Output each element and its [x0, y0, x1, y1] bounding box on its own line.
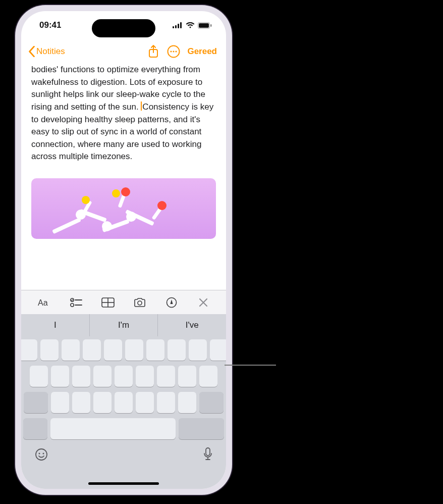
- key[interactable]: [93, 392, 112, 413]
- svg-rect-1: [175, 25, 177, 28]
- svg-point-9: [171, 51, 172, 52]
- key[interactable]: [93, 366, 112, 387]
- numbers-key[interactable]: [23, 418, 47, 439]
- key[interactable]: [62, 339, 80, 361]
- svg-point-15: [70, 303, 73, 306]
- key[interactable]: [157, 366, 175, 387]
- key[interactable]: [83, 339, 101, 361]
- svg-text:Aa: Aa: [38, 298, 48, 307]
- svg-rect-5: [199, 23, 209, 28]
- wifi-icon: [186, 22, 195, 28]
- dynamic-island: [92, 19, 155, 37]
- format-toolbar: Aa: [21, 290, 226, 314]
- cellular-icon: [173, 22, 183, 28]
- home-indicator[interactable]: [88, 482, 159, 485]
- key[interactable]: [210, 339, 226, 361]
- key[interactable]: [72, 392, 90, 413]
- key[interactable]: [30, 366, 48, 387]
- table-icon: [101, 297, 115, 308]
- key[interactable]: [115, 392, 133, 413]
- camera-icon: [133, 297, 146, 308]
- navigation-bar: Notities Gereed: [21, 39, 226, 64]
- svg-point-23: [39, 453, 40, 455]
- back-button[interactable]: Notities: [28, 46, 65, 57]
- suggestion-2[interactable]: I'm: [89, 314, 158, 336]
- markup-icon: [166, 297, 177, 308]
- text-format-icon: Aa: [38, 297, 51, 308]
- more-button[interactable]: [165, 43, 182, 60]
- suggestion-1[interactable]: I: [21, 314, 89, 336]
- keyboard[interactable]: [21, 336, 226, 489]
- svg-rect-6: [210, 24, 212, 27]
- checklist-button[interactable]: [66, 292, 86, 313]
- backspace-key[interactable]: [199, 392, 224, 413]
- close-toolbar-button[interactable]: [193, 292, 213, 313]
- space-key[interactable]: [50, 418, 176, 439]
- key[interactable]: [199, 366, 217, 387]
- done-button[interactable]: Gereed: [185, 46, 219, 57]
- key[interactable]: [104, 339, 122, 361]
- callout-line: [225, 365, 276, 366]
- key[interactable]: [178, 366, 196, 387]
- key[interactable]: [178, 392, 196, 413]
- camera-button[interactable]: [130, 292, 150, 313]
- svg-point-24: [43, 453, 44, 455]
- markup-button[interactable]: [161, 292, 182, 313]
- svg-rect-3: [180, 22, 182, 28]
- key[interactable]: [189, 339, 207, 361]
- back-label: Notities: [36, 46, 65, 57]
- svg-rect-0: [173, 26, 174, 28]
- emoji-button[interactable]: [34, 447, 48, 462]
- key[interactable]: [157, 392, 175, 413]
- svg-point-10: [173, 51, 175, 52]
- svg-point-11: [176, 51, 177, 52]
- shift-key[interactable]: [24, 392, 48, 413]
- suggestion-bar: I I'm I've: [21, 314, 226, 336]
- key[interactable]: [115, 366, 133, 387]
- battery-icon: [198, 22, 212, 29]
- key[interactable]: [168, 339, 186, 361]
- key[interactable]: [51, 366, 69, 387]
- status-time: 09:41: [39, 20, 61, 30]
- key[interactable]: [136, 366, 154, 387]
- text-format-button[interactable]: Aa: [34, 292, 54, 313]
- svg-rect-25: [206, 448, 210, 456]
- key[interactable]: [40, 339, 59, 361]
- key[interactable]: [136, 392, 154, 413]
- key[interactable]: [146, 339, 164, 361]
- key[interactable]: [72, 366, 90, 387]
- key[interactable]: [125, 339, 143, 361]
- key[interactable]: [51, 392, 69, 413]
- screen: 09:41 Notities Gereed Sunlight: [21, 11, 226, 489]
- note-content[interactable]: Sunlight has a direct impact on the slee…: [21, 64, 226, 163]
- checklist-icon: [70, 297, 82, 308]
- note-inline-image[interactable]: [31, 178, 216, 239]
- table-button[interactable]: [98, 292, 118, 313]
- key[interactable]: [21, 339, 37, 361]
- svg-rect-2: [178, 24, 179, 28]
- svg-point-20: [138, 301, 142, 305]
- chevron-left-icon: [28, 46, 35, 57]
- iphone-frame: 09:41 Notities Gereed Sunlight: [15, 5, 232, 495]
- ellipsis-circle-icon: [167, 45, 180, 58]
- share-icon: [148, 45, 158, 58]
- suggestion-3[interactable]: I've: [157, 314, 226, 336]
- return-key[interactable]: [179, 418, 224, 439]
- share-button[interactable]: [145, 43, 162, 60]
- svg-point-22: [36, 449, 47, 460]
- dictation-button[interactable]: [203, 447, 213, 462]
- close-icon: [199, 298, 208, 307]
